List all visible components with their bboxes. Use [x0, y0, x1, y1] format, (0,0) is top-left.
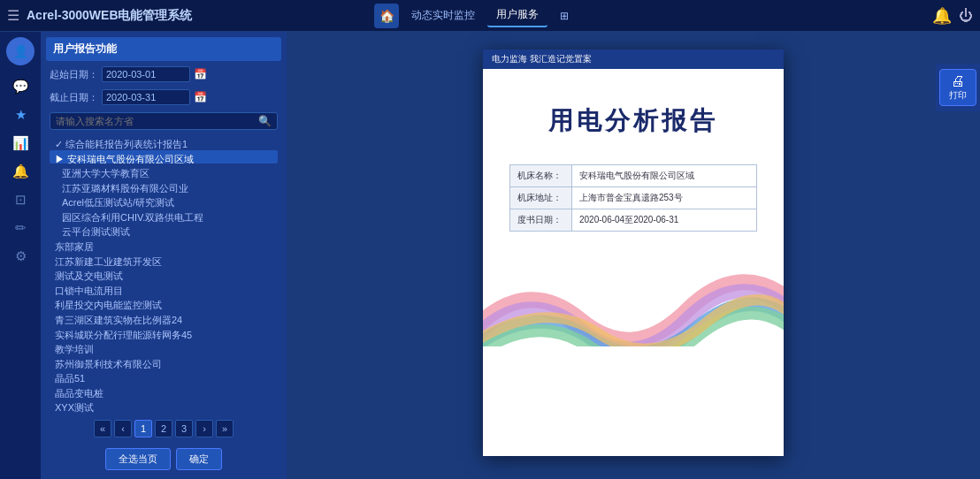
project-item[interactable]: 教学培训 [50, 340, 278, 354]
menu-icon[interactable]: ☰ [7, 7, 19, 24]
sidebar-star-icon[interactable]: ★ [6, 103, 34, 127]
page-next-btn[interactable]: › [195, 420, 213, 437]
end-date-calendar-icon[interactable]: 📅 [194, 91, 207, 103]
app-title: Acrel-3000WEB电能管理系统 [27, 8, 367, 24]
report-info-label: 度书日期： [510, 209, 572, 231]
print-panel: 🖨 打印 [936, 64, 980, 111]
end-date-row: 截止日期： 📅 [46, 87, 281, 107]
project-item[interactable]: 测试及交电测试 [50, 267, 278, 281]
project-item[interactable]: 东部家居 [50, 238, 278, 252]
print-icon: 🖨 [946, 73, 970, 89]
report-info-value: 2020-06-04至2020-06-31 [572, 209, 756, 231]
project-item[interactable]: 晶品变电桩 [50, 384, 278, 399]
project-item[interactable]: 亚洲大学大学教育区 [50, 164, 278, 179]
project-item[interactable]: 江苏新建工业建筑开发区 [50, 253, 278, 267]
print-label: 打印 [949, 90, 967, 100]
project-list: ✓ 综合能耗报告列表统计报告1▶ 安科瑞电气股份有限公司区域亚洲大学大学教育区江… [46, 135, 281, 413]
report-info-value: 安科瑞电气股份有限公司区域 [572, 165, 756, 186]
topbar-nav: 🏠 动态实时监控 用户服务 ⊞ [374, 4, 578, 28]
report-info-row: 度书日期：2020-06-04至2020-06-31 [510, 209, 756, 231]
page-3-btn[interactable]: 3 [175, 420, 193, 437]
panel-header: 用户报告功能 [46, 37, 281, 61]
report-info-row: 机床地址：上海市普金宝真遗路253号 [510, 187, 756, 209]
search-input[interactable] [56, 116, 258, 126]
report-wave [483, 258, 784, 346]
report-title-section: 用电分析报告 [483, 69, 784, 164]
project-item[interactable]: Acrel低压测试站/研究测试 [50, 194, 278, 208]
confirm-button[interactable]: 确定 [176, 448, 222, 470]
topbar: ☰ Acrel-3000WEB电能管理系统 🏠 动态实时监控 用户服务 ⊞ 🔔 … [0, 0, 980, 32]
sidebar-settings-icon[interactable]: ⚙ [6, 244, 34, 269]
end-date-input[interactable] [102, 89, 190, 105]
select-all-button[interactable]: 全选当页 [105, 448, 171, 470]
report-info-label: 机床名称： [510, 165, 572, 186]
report-info-value: 上海市普金宝真遗路253号 [572, 187, 756, 209]
report-page: 电力监海 我汇造记觉置案 用电分析报告 机床名称：安科瑞电气股份有限公司区域机床… [483, 49, 784, 456]
bell-icon[interactable]: 🔔 [932, 6, 952, 26]
start-date-label: 起始日期： [50, 68, 98, 81]
home-button[interactable]: 🏠 [374, 4, 399, 28]
project-item[interactable]: ✓ 综合能耗报告列表统计报告1 [50, 135, 278, 149]
main-content: 用户报告功能 起始日期： 📅 截止日期： 📅 🔍 ✓ 综合能耗报告列表统计报告1… [41, 32, 980, 479]
project-item[interactable]: 实科城联分配行理能源转网务45 [50, 326, 278, 340]
project-item[interactable]: 江苏亚璐材料股份有限公司业 [50, 179, 278, 194]
sidebar-edit-icon[interactable]: ✏ [6, 216, 34, 240]
report-info-row: 机床名称：安科瑞电气股份有限公司区域 [510, 165, 756, 187]
sidebar: 👤 💬 ★ 📊 🔔 ⊡ ✏ ⚙ [0, 32, 41, 479]
nav-monitoring[interactable]: 动态实时监控 [402, 4, 484, 27]
start-date-row: 起始日期： 📅 [46, 65, 281, 84]
project-item[interactable]: 苏州御景利技术有限公司 [50, 355, 278, 369]
sidebar-layers-icon[interactable]: ⊡ [6, 187, 34, 212]
sidebar-message-icon[interactable]: 💬 [6, 74, 34, 99]
avatar: 👤 [6, 37, 34, 65]
print-button[interactable]: 🖨 打印 [939, 69, 976, 106]
project-item[interactable]: ▶ 安科瑞电气股份有限公司区域 [50, 150, 278, 164]
right-content: 电力监海 我汇造记觉置案 用电分析报告 机床名称：安科瑞电气股份有限公司区域机床… [287, 32, 980, 479]
search-icon[interactable]: 🔍 [258, 115, 272, 127]
page-first-btn[interactable]: « [94, 420, 111, 437]
pagination: « ‹ 1 2 3 › » [46, 416, 281, 441]
sidebar-notification-icon[interactable]: 🔔 [6, 159, 34, 184]
sidebar-chart-icon[interactable]: 📊 [6, 131, 34, 156]
project-item[interactable]: 园区综合利用CHIV.双路供电工程 [50, 209, 278, 223]
topbar-right: 🔔 ⏻ [932, 6, 973, 26]
project-item[interactable]: 口锁中电流用目 [50, 282, 278, 296]
report-main-title: 用电分析报告 [548, 104, 718, 138]
page-2-btn[interactable]: 2 [155, 420, 172, 437]
search-row: 🔍 [50, 112, 278, 130]
page-prev-btn[interactable]: ‹ [114, 420, 132, 437]
start-date-calendar-icon[interactable]: 📅 [194, 68, 207, 80]
power-icon[interactable]: ⏻ [959, 8, 973, 24]
start-date-input[interactable] [102, 66, 190, 82]
report-info-label: 机床地址： [510, 187, 572, 209]
project-item[interactable]: XYX测试 [50, 399, 278, 413]
page-last-btn[interactable]: » [216, 420, 234, 437]
end-date-label: 截止日期： [50, 91, 98, 104]
project-item[interactable]: 云平台测试测试 [50, 223, 278, 237]
project-item[interactable]: 利星投交内电能监控测试 [50, 296, 278, 310]
nav-user-service[interactable]: 用户服务 [487, 4, 547, 27]
bottom-buttons: 全选当页 确定 [46, 445, 281, 474]
project-item[interactable]: 晶品51 [50, 369, 278, 384]
report-info-table: 机床名称：安科瑞电气股份有限公司区域机床地址：上海市普金宝真遗路253号度书日期… [509, 164, 757, 232]
nav-grid[interactable]: ⊞ [551, 6, 578, 26]
left-panel: 用户报告功能 起始日期： 📅 截止日期： 📅 🔍 ✓ 综合能耗报告列表统计报告1… [41, 32, 287, 479]
project-item[interactable]: 青三湖区建筑实物在比例器24 [50, 311, 278, 325]
report-header-bar: 电力监海 我汇造记觉置案 [483, 49, 784, 69]
page-1-btn[interactable]: 1 [134, 420, 152, 437]
